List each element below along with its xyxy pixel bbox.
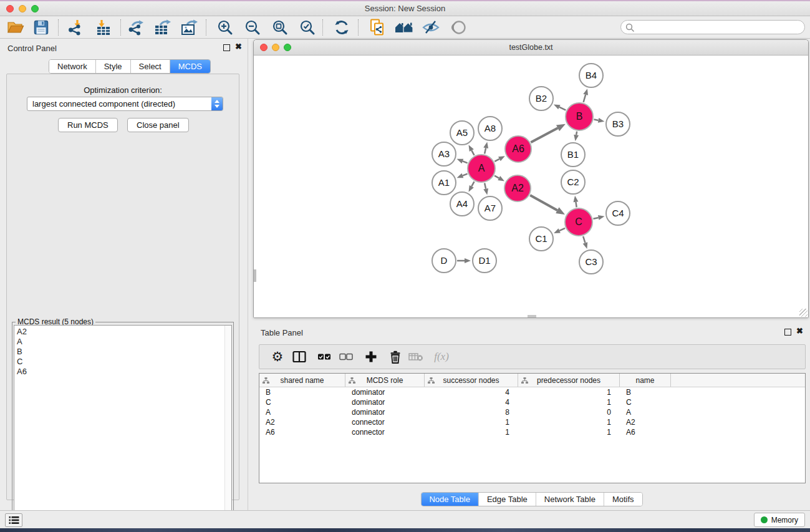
- table-cell[interactable]: 1: [518, 387, 620, 397]
- table-row[interactable]: Adominator80A: [259, 407, 805, 417]
- search-input[interactable]: [637, 21, 799, 33]
- table-cell[interactable]: connector: [345, 427, 425, 437]
- table-row[interactable]: Cdominator41C: [259, 397, 805, 407]
- close-network-window-button[interactable]: [260, 44, 268, 51]
- add-column-button[interactable]: [360, 345, 382, 369]
- table-cell[interactable]: A6: [620, 427, 671, 437]
- graph-edge-A6-B[interactable]: [531, 128, 557, 142]
- task-history-button[interactable]: [5, 513, 22, 527]
- table-row[interactable]: A6connector11A6: [259, 427, 805, 437]
- vertical-scroll-thumb[interactable]: [254, 269, 256, 282]
- graph-edge-C-C4[interactable]: [593, 218, 598, 219]
- mcds-result-list[interactable]: A2ABCA6: [14, 325, 232, 530]
- export-table-button[interactable]: [151, 17, 175, 37]
- table-cell[interactable]: 4: [425, 397, 518, 407]
- refresh-layout-button[interactable]: [330, 17, 354, 37]
- column-header-MCDS-role[interactable]: MCDS role: [345, 374, 425, 387]
- close-panel-button[interactable]: Close panel: [127, 118, 189, 132]
- table-cell[interactable]: A2: [620, 417, 671, 427]
- network-canvas[interactable]: B4B2BB3A5A8A6A3AB1A1C2A2A4A7CC4C1C3DD1: [254, 56, 808, 317]
- minimize-window-button[interactable]: [19, 5, 26, 12]
- import-table-button[interactable]: [92, 17, 115, 37]
- export-image-button[interactable]: [178, 17, 201, 37]
- table-cell[interactable]: B: [620, 387, 671, 397]
- zoom-fit-button[interactable]: [268, 17, 292, 37]
- select-all-button[interactable]: [314, 345, 335, 369]
- table-cell[interactable]: 1: [425, 427, 518, 437]
- graph-edge-A-A5[interactable]: [471, 150, 474, 155]
- table-cell[interactable]: dominator: [345, 387, 425, 397]
- graph-edge-C-C2[interactable]: [576, 202, 576, 208]
- result-item[interactable]: A: [17, 337, 231, 347]
- node-table[interactable]: shared nameMCDS rolesuccessor nodesprede…: [259, 373, 806, 483]
- graph-edge-B-B3[interactable]: [594, 120, 599, 120]
- graph-edge-A-A6[interactable]: [494, 159, 499, 162]
- float-table-panel-icon[interactable]: [784, 329, 791, 336]
- zoom-network-window-button[interactable]: [284, 44, 291, 51]
- graph-edge-B-B4[interactable]: [584, 95, 586, 102]
- zoom-out-button[interactable]: [241, 17, 264, 37]
- graph-edge-A-A3[interactable]: [463, 161, 468, 163]
- close-panel-icon[interactable]: ✖: [235, 42, 242, 52]
- network-window-titlebar[interactable]: testGlobe.txt: [254, 40, 808, 56]
- hide-selected-button[interactable]: [419, 17, 443, 37]
- tab-network-table[interactable]: Network Table: [536, 493, 604, 506]
- graph-edge-A-A2[interactable]: [494, 176, 499, 178]
- result-item[interactable]: A6: [17, 367, 231, 377]
- table-cell[interactable]: A: [259, 407, 345, 417]
- resize-grip-icon[interactable]: [799, 309, 808, 317]
- table-cell[interactable]: connector: [345, 417, 425, 427]
- table-cell[interactable]: 1: [518, 417, 620, 427]
- tab-style[interactable]: Style: [96, 60, 131, 73]
- zoom-selected-button[interactable]: [296, 17, 319, 37]
- copy-network-view-button[interactable]: [365, 17, 389, 37]
- table-row[interactable]: A2connector11A2: [259, 417, 805, 427]
- import-network-button[interactable]: [64, 17, 87, 37]
- show-graphics-details-button[interactable]: [447, 17, 471, 37]
- run-mcds-button[interactable]: Run MCDS: [58, 118, 118, 132]
- horizontal-scroll-thumb[interactable]: [528, 315, 536, 317]
- table-cell[interactable]: 8: [425, 407, 518, 417]
- table-cell[interactable]: dominator: [345, 397, 425, 407]
- graph-edge-B-B1[interactable]: [576, 132, 577, 135]
- result-item[interactable]: B: [17, 347, 231, 357]
- tab-select[interactable]: Select: [131, 60, 170, 73]
- deselect-all-button[interactable]: [335, 345, 357, 369]
- graph-edge-C-C1[interactable]: [559, 228, 565, 231]
- column-header-successor-nodes[interactable]: successor nodes: [425, 374, 518, 387]
- network-graph[interactable]: B4B2BB3A5A8A6A3AB1A1C2A2A4A7CC4C1C3DD1: [254, 56, 808, 317]
- table-cell[interactable]: C: [620, 397, 671, 407]
- minimize-network-window-button[interactable]: [272, 44, 279, 51]
- search-box[interactable]: [620, 20, 805, 34]
- graph-edge-C-C3[interactable]: [583, 236, 585, 243]
- table-cell[interactable]: A: [620, 407, 671, 417]
- close-window-button[interactable]: [6, 5, 14, 12]
- table-cell[interactable]: dominator: [345, 407, 425, 417]
- table-cell[interactable]: A2: [259, 417, 345, 427]
- table-cell[interactable]: 0: [518, 407, 620, 417]
- tab-mcds[interactable]: MCDS: [170, 60, 210, 73]
- column-header-predecessor-nodes[interactable]: predecessor nodes: [518, 374, 620, 387]
- delete-table-button[interactable]: [405, 345, 427, 369]
- graph-edge-A-A1[interactable]: [463, 174, 468, 176]
- table-cell[interactable]: 1: [518, 397, 620, 407]
- table-cell[interactable]: 4: [425, 387, 518, 397]
- table-row[interactable]: Bdominator41B: [259, 387, 805, 397]
- table-cell[interactable]: 1: [425, 417, 518, 427]
- tab-edge-table[interactable]: Edge Table: [479, 493, 536, 506]
- column-header-name[interactable]: name: [620, 374, 671, 387]
- result-item[interactable]: C: [17, 357, 231, 367]
- close-table-panel-icon[interactable]: ✖: [796, 326, 803, 336]
- optimization-criterion-dropdown[interactable]: largest connected component (directed): [27, 97, 223, 111]
- float-panel-icon[interactable]: [223, 44, 230, 51]
- table-cell[interactable]: C: [259, 397, 345, 407]
- table-cell[interactable]: B: [259, 387, 345, 397]
- save-session-button[interactable]: [29, 17, 53, 37]
- graph-edge-A-A7[interactable]: [485, 183, 486, 188]
- result-scrollbar[interactable]: [224, 326, 231, 529]
- graph-edge-A-A8[interactable]: [485, 148, 486, 153]
- function-builder-button[interactable]: f(x): [428, 345, 455, 369]
- split-view-button[interactable]: [289, 345, 310, 369]
- tab-node-table[interactable]: Node Table: [421, 493, 479, 506]
- export-network-button[interactable]: [124, 17, 148, 37]
